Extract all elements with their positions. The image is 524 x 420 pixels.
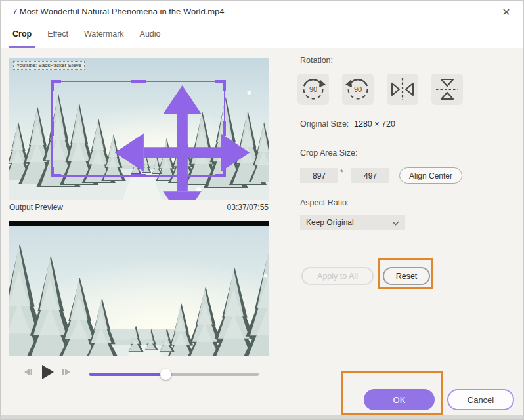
aspect-ratio-dropdown[interactable]: Keep Original xyxy=(300,215,405,230)
tab-effect[interactable]: Effect xyxy=(43,24,72,48)
crop-dialog: 7 Most Wonderful Natural Phenomena in th… xyxy=(0,0,524,420)
flip-horizontal-button[interactable] xyxy=(387,74,418,105)
tab-audio[interactable]: Audio xyxy=(136,24,165,48)
play-icon[interactable] xyxy=(41,364,55,380)
step-backward-icon[interactable] xyxy=(22,367,33,377)
progress-slider[interactable] xyxy=(89,373,259,376)
window-bottom-edge xyxy=(1,415,524,420)
title-bar: 7 Most Wonderful Natural Phenomena in th… xyxy=(1,1,523,24)
content-area: Youtube: BackPacker Steve xyxy=(1,48,524,415)
output-preview-label: Output Preview xyxy=(9,203,63,212)
size-separator: * xyxy=(340,168,343,177)
aspect-ratio-label: Aspect Ratio: xyxy=(300,198,349,207)
tab-bar: Crop Effect Watermark Audio xyxy=(9,24,165,48)
rotate-counterclockwise-button[interactable]: 90 xyxy=(342,74,374,105)
flip-vertical-icon xyxy=(431,74,463,105)
svg-text:90: 90 xyxy=(354,85,362,93)
playback-controls xyxy=(9,362,269,385)
crop-selection-box[interactable] xyxy=(51,81,225,177)
window-title: 7 Most Wonderful Natural Phenomena in th… xyxy=(12,7,225,16)
rotate-clockwise-button[interactable]: 90 xyxy=(297,74,329,105)
aspect-ratio-value: Keep Original xyxy=(306,218,354,227)
video-watermark-label: Youtube: BackPacker Steve xyxy=(13,61,85,70)
rotate-counterclockwise-icon: 90 xyxy=(342,74,374,105)
flip-vertical-button[interactable] xyxy=(431,74,463,105)
progress-fill xyxy=(89,373,165,376)
preview-info-row: Output Preview 03:37/07:55 xyxy=(9,203,269,212)
original-size-label: Original Size: xyxy=(300,119,349,129)
svg-text:90: 90 xyxy=(309,85,317,93)
tab-watermark[interactable]: Watermark xyxy=(80,24,128,48)
crop-height-input[interactable] xyxy=(351,168,389,183)
progress-thumb[interactable] xyxy=(160,369,171,380)
ok-button[interactable]: OK xyxy=(364,389,435,410)
source-video-preview[interactable]: Youtube: BackPacker Steve xyxy=(9,58,269,200)
reset-button[interactable]: Reset xyxy=(383,267,430,285)
chevron-down-icon xyxy=(392,221,399,226)
timecode: 03:37/07:55 xyxy=(227,203,269,212)
step-forward-icon[interactable] xyxy=(61,367,72,377)
original-size-value: 1280 × 720 xyxy=(354,119,395,129)
output-video-preview xyxy=(9,220,269,356)
close-icon[interactable]: ✕ xyxy=(498,5,514,20)
cancel-button[interactable]: Cancel xyxy=(447,389,514,410)
section-divider xyxy=(300,247,513,247)
crop-width-input[interactable] xyxy=(300,168,338,183)
align-center-button[interactable]: Align Center xyxy=(399,167,462,184)
rotate-clockwise-icon: 90 xyxy=(297,74,329,105)
move-crosshair-icon[interactable] xyxy=(53,82,269,200)
apply-to-all-button[interactable]: Apply to All xyxy=(301,267,374,285)
forest-scene-cropped xyxy=(9,226,269,356)
crop-area-size-label: Crop Area Size: xyxy=(300,148,358,158)
flip-horizontal-icon xyxy=(387,74,418,105)
tab-crop[interactable]: Crop xyxy=(9,24,35,48)
rotation-label: Rotation: xyxy=(300,56,333,65)
